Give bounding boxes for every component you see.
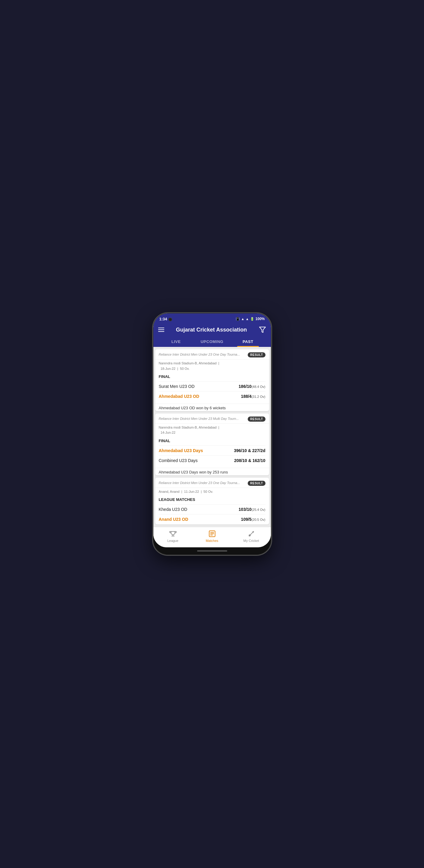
- date-1: 18-Jun-22: [161, 367, 176, 370]
- tournament-name-3: Reliance Inter District Men Under 23 One…: [159, 481, 246, 485]
- venue-1: Narendra modi Stadium-B, Ahmedabad: [159, 361, 217, 365]
- overs-1: 50 Ov.: [180, 367, 189, 370]
- score-value-1-1: 186/10(48.4 Ov): [239, 384, 266, 389]
- venue-3: Anand, Anand: [159, 490, 180, 493]
- score-value-2-1: 396/10 & 227/2d: [234, 448, 265, 453]
- battery-percent: 100%: [255, 317, 265, 321]
- match-scores-3: Kheda U23 OD 103/10(25.4 Ov) Anand U23 O…: [155, 504, 269, 524]
- team-name-2-2: Combined U23 Days: [159, 458, 198, 463]
- card-header-1: Reliance Inter District Men Under 23 One…: [155, 349, 269, 360]
- team-name-1-1: Surat Men U23 OD: [159, 384, 195, 389]
- score-row-1-team1: Surat Men U23 OD 186/10(48.4 Ov): [159, 381, 266, 391]
- card-header-2: Reliance Inter District Men Under 23 Mul…: [155, 413, 269, 424]
- card-meta-2: Narendra modi Stadium-B, Ahmedabad | 14-…: [155, 424, 269, 437]
- tab-past[interactable]: PAST: [230, 336, 266, 347]
- result-text-2: Ahmedabad U23 Days won by 253 runs: [155, 468, 269, 475]
- team-name-3-2: Anand U23 OD: [159, 517, 188, 522]
- score-value-1-2: 188/4(31.2 Ov): [241, 394, 266, 399]
- home-bar: [197, 550, 227, 552]
- tab-live[interactable]: LIVE: [158, 336, 194, 347]
- matches-icon: [208, 530, 216, 538]
- team-name-1-2: Ahmedabad U23 OD: [159, 394, 200, 399]
- result-text-1: Ahmedabad U23 OD won by 6 wickets: [155, 404, 269, 411]
- filter-button[interactable]: [259, 326, 266, 333]
- overs-3: 50 Ov.: [204, 490, 213, 493]
- header-top: Gujarat Cricket Association: [158, 326, 266, 336]
- battery-icon: 🔋: [250, 317, 254, 321]
- nav-label-matches: Matches: [206, 539, 218, 542]
- result-badge-3: RESULT: [248, 481, 265, 486]
- date-2: 14-Jun-22: [161, 431, 176, 434]
- match-scores-1: Surat Men U23 OD 186/10(48.4 Ov) Ahmedab…: [155, 381, 269, 404]
- nav-item-league[interactable]: League: [153, 530, 192, 542]
- signal-icon: ▲: [246, 317, 249, 321]
- match-card-1[interactable]: Reliance Inter District Men Under 23 One…: [155, 349, 269, 411]
- cricket-icon: [247, 530, 255, 538]
- score-row-3-team2: Anand U23 OD 109/5(20.5 Ov): [159, 514, 266, 524]
- team-name-3-1: Kheda U23 OD: [159, 507, 187, 512]
- result-badge-1: RESULT: [248, 352, 265, 358]
- bottom-nav: League Matches: [153, 527, 271, 547]
- match-card-2[interactable]: Reliance Inter District Men Under 23 Mul…: [155, 413, 269, 475]
- matches-list: Reliance Inter District Men Under 23 One…: [153, 347, 271, 527]
- tab-upcoming[interactable]: UPCOMING: [194, 336, 230, 347]
- match-type-3: LEAGUE MATCHES: [155, 496, 269, 504]
- score-row-1-team2: Ahmedabad U23 OD 188/4(31.2 Ov): [159, 391, 266, 401]
- score-row-2-team2: Combined U23 Days 208/10 & 162/10: [159, 456, 266, 465]
- nav-label-my-cricket: My Cricket: [243, 539, 259, 542]
- score-value-3-1: 103/10(25.4 Ov): [239, 507, 266, 512]
- card-header-3: Reliance Inter District Men Under 23 One…: [155, 478, 269, 488]
- score-value-2-2: 208/10 & 162/10: [234, 458, 266, 463]
- nav-item-matches[interactable]: Matches: [192, 530, 232, 542]
- nav-item-my-cricket[interactable]: My Cricket: [232, 530, 271, 542]
- match-type-2: FINAL: [155, 437, 269, 445]
- card-meta-1: Narendra modi Stadium-B, Ahmedabad | 18-…: [155, 360, 269, 373]
- score-row-3-team1: Kheda U23 OD 103/10(25.4 Ov): [159, 504, 266, 514]
- nav-label-league: League: [167, 539, 178, 542]
- card-meta-3: Anand, Anand | 11-Jun-22 | 50 Ov.: [155, 488, 269, 496]
- status-right: 📳 ▲ ▲ 🔋 100%: [236, 317, 265, 321]
- menu-button[interactable]: [158, 328, 164, 332]
- team-name-2-1: Ahmedabad U23 Days: [159, 448, 203, 453]
- svg-marker-0: [260, 327, 266, 333]
- wifi-icon: ▲: [241, 317, 244, 321]
- match-scores-2: Ahmedabad U23 Days 396/10 & 227/2d Combi…: [155, 445, 269, 468]
- score-value-3-2: 109/5(20.5 Ov): [241, 517, 266, 522]
- trophy-icon: [169, 530, 177, 538]
- tournament-name-1: Reliance Inter District Men Under 23 One…: [159, 352, 246, 357]
- date-3: 11-Jun-22: [184, 490, 199, 493]
- venue-2: Narendra modi Stadium-B, Ahmedabad: [159, 426, 217, 429]
- result-badge-2: RESULT: [248, 416, 265, 422]
- match-card-3[interactable]: Reliance Inter District Men Under 23 One…: [155, 478, 269, 524]
- home-indicator: [153, 547, 271, 555]
- app-title: Gujarat Cricket Association: [176, 327, 247, 333]
- tournament-name-2: Reliance Inter District Men Under 23 Mul…: [159, 416, 246, 421]
- match-type-1: FINAL: [155, 373, 269, 381]
- time-display: 1:34: [159, 317, 167, 321]
- app-header: Gujarat Cricket Association LIVE UPCOMIN…: [153, 323, 271, 347]
- vibrate-icon: 📳: [236, 317, 240, 321]
- tabs-bar: LIVE UPCOMING PAST: [158, 336, 266, 347]
- score-row-2-team1: Ahmedabad U23 Days 396/10 & 227/2d: [159, 445, 266, 456]
